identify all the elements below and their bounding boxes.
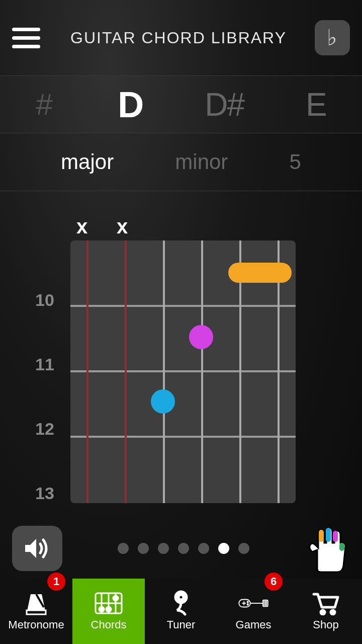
fret-labels: 10 11 12 13: [35, 268, 54, 525]
note-selector[interactable]: # D D# E: [0, 75, 362, 133]
diagram-controls: [0, 523, 362, 574]
svg-rect-4: [27, 610, 46, 614]
tab-tuner[interactable]: Tuner: [145, 579, 217, 644]
note-item-e[interactable]: E: [306, 86, 326, 123]
tab-shop[interactable]: Shop: [290, 579, 362, 644]
games-icon: [238, 591, 268, 615]
finger-barre: [228, 263, 292, 283]
page-dot-3[interactable]: [158, 543, 169, 554]
note-item-dsharp[interactable]: D#: [205, 86, 244, 123]
type-5[interactable]: 5: [290, 150, 301, 174]
bottom-tab-bar: 1 Metronome: [0, 579, 362, 644]
string-5: [125, 240, 127, 503]
svg-rect-3: [339, 543, 344, 551]
svg-point-18: [247, 601, 249, 603]
tuner-icon: [166, 591, 196, 615]
flat-icon: ♭: [327, 25, 337, 51]
shop-icon: [311, 591, 341, 615]
hand-icon: [307, 525, 347, 573]
metronome-icon: [21, 591, 51, 615]
svg-rect-2: [333, 531, 338, 542]
page-dot-7[interactable]: [238, 543, 249, 554]
page-dot-2[interactable]: [138, 543, 149, 554]
svg-rect-0: [319, 530, 324, 542]
fret-label-11: 11: [35, 332, 54, 396]
string-3: [201, 240, 203, 503]
svg-rect-1: [326, 528, 331, 542]
tab-label-tuner: Tuner: [167, 618, 196, 631]
speaker-icon: [23, 536, 51, 561]
tab-games[interactable]: 6 Games: [217, 579, 290, 644]
mute-x-1: x: [76, 215, 87, 238]
chord-variant-pagination[interactable]: [118, 543, 249, 554]
svg-point-14: [178, 595, 184, 600]
top-bar: GUITAR CHORD LIBRARY ♭: [0, 0, 362, 75]
page-dot-4[interactable]: [178, 543, 189, 554]
chord-type-selector[interactable]: major minor 5: [0, 133, 362, 191]
svg-point-11: [106, 607, 111, 612]
tab-label-games: Games: [236, 618, 272, 631]
fret-label-10: 10: [35, 268, 54, 332]
string-6: [86, 240, 88, 503]
mute-x-2: x: [117, 215, 128, 238]
finger-dot-blue: [151, 389, 175, 414]
page-dot-5[interactable]: [198, 543, 209, 554]
note-item-d[interactable]: D: [118, 84, 143, 125]
svg-point-19: [247, 604, 249, 605]
badge-metronome: 1: [47, 573, 65, 591]
fret-label-13: 13: [35, 461, 54, 525]
tab-label-shop: Shop: [313, 618, 338, 631]
svg-point-12: [113, 596, 118, 601]
page-dot-6[interactable]: [218, 543, 229, 554]
fretboard[interactable]: [70, 240, 296, 503]
tab-label-metronome: Metronome: [8, 618, 64, 631]
flat-toggle-button[interactable]: ♭: [315, 20, 350, 55]
menu-button[interactable]: [12, 23, 42, 53]
string-4: [163, 240, 165, 503]
fret-label-12: 12: [35, 396, 54, 461]
play-sound-button[interactable]: [12, 526, 62, 571]
svg-point-25: [321, 610, 325, 614]
chords-icon: [94, 591, 124, 615]
mute-indicators: x x: [76, 215, 128, 238]
finger-dot-magenta: [189, 325, 213, 349]
page-dot-1[interactable]: [118, 543, 129, 554]
app-root: GUITAR CHORD LIBRARY ♭ # D D# E major mi…: [0, 0, 362, 644]
badge-games: 6: [264, 573, 283, 591]
svg-point-10: [99, 607, 104, 612]
tab-label-chords: Chords: [91, 618, 127, 631]
type-major[interactable]: major: [61, 150, 114, 174]
tab-metronome[interactable]: 1 Metronome: [0, 579, 72, 644]
hand-position-button[interactable]: [305, 523, 350, 574]
page-title: GUITAR CHORD LIBRARY: [70, 29, 287, 47]
svg-point-26: [331, 610, 335, 614]
tab-chords[interactable]: Chords: [72, 579, 145, 644]
note-item-prev[interactable]: #: [36, 87, 56, 122]
chord-diagram-area: x x 10 11 12 13: [0, 191, 362, 579]
type-minor[interactable]: minor: [175, 150, 228, 174]
